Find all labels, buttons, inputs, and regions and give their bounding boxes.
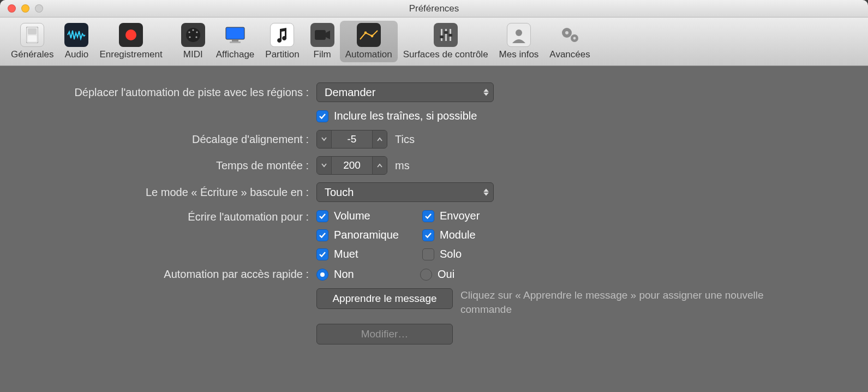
checkbox[interactable] <box>422 229 434 241</box>
chk-volume[interactable]: Volume <box>316 210 420 222</box>
checkbox[interactable] <box>316 248 328 260</box>
tab-movie[interactable]: Film <box>305 21 340 62</box>
popup-value: Demander <box>325 86 375 99</box>
svg-rect-11 <box>232 40 238 41</box>
chk-label: Solo <box>440 248 462 260</box>
checkbox[interactable] <box>316 229 328 241</box>
svg-marker-14 <box>326 31 330 39</box>
titlebar: Préférences <box>0 0 868 17</box>
chk-module[interactable]: Module <box>422 229 526 241</box>
svg-rect-17 <box>441 29 442 41</box>
switch-icon <box>20 23 44 47</box>
window-title: Préférences <box>0 3 868 14</box>
svg-rect-10 <box>226 27 244 39</box>
write-for-group: Volume Envoyer Panoramique Module Muet S… <box>316 210 526 260</box>
ramp-time-value[interactable]: 200 <box>331 157 373 174</box>
svg-point-23 <box>516 29 522 36</box>
tab-score[interactable]: Partition <box>260 21 304 62</box>
popup-value: Touch <box>325 186 354 199</box>
checkbox[interactable] <box>316 210 328 222</box>
camera-icon <box>310 23 334 47</box>
move-automation-popup[interactable]: Demander <box>316 82 494 102</box>
stepper-increment[interactable] <box>373 157 387 174</box>
edit-button[interactable]: Modifier… <box>316 324 453 345</box>
svg-rect-12 <box>230 41 241 43</box>
checkbox[interactable] <box>422 248 434 260</box>
radio[interactable] <box>420 269 432 281</box>
snap-offset-value[interactable]: -5 <box>331 130 373 148</box>
checkbox[interactable] <box>422 210 434 222</box>
learn-message-hint: Cliquez sur « Apprendre le message » pou… <box>460 288 799 316</box>
radio[interactable] <box>316 269 328 281</box>
svg-rect-22 <box>448 34 452 37</box>
svg-rect-13 <box>315 30 326 40</box>
chk-pan[interactable]: Panoramique <box>316 229 420 241</box>
tab-label: Audio <box>65 49 88 60</box>
tab-label: Enregistrement <box>99 49 162 60</box>
snap-offset-unit: Tics <box>395 133 415 146</box>
svg-rect-18 <box>445 29 447 41</box>
quick-access-group: Non Oui <box>316 268 524 281</box>
tab-label: Partition <box>265 49 299 60</box>
check-icon <box>424 213 432 219</box>
include-tails-label: Inclure les traînes, si possible <box>334 110 477 122</box>
svg-rect-20 <box>440 35 444 38</box>
stepper-increment[interactable] <box>373 130 387 148</box>
popup-arrows-icon <box>483 89 489 96</box>
tab-control-surfaces[interactable]: Surfaces de contrôle <box>398 21 494 62</box>
record-icon <box>119 23 143 47</box>
waveform-icon <box>64 23 88 47</box>
snap-offset-stepper[interactable]: -5 <box>316 130 387 149</box>
chevron-down-icon <box>321 137 327 141</box>
svg-rect-2 <box>28 35 37 41</box>
chk-send[interactable]: Envoyer <box>422 210 526 222</box>
tab-midi[interactable]: MIDI <box>176 21 211 62</box>
svg-point-5 <box>192 29 194 31</box>
include-tails-checkbox[interactable] <box>316 110 328 122</box>
svg-marker-29 <box>483 93 489 96</box>
ramp-time-label: Temps de montée : <box>22 159 316 172</box>
preferences-window: Préférences Générales Audio Enregistreme… <box>0 0 868 392</box>
tab-advanced[interactable]: Avancées <box>544 21 595 62</box>
stepper-decrement[interactable] <box>317 157 331 174</box>
tab-automation[interactable]: Automation <box>340 21 398 62</box>
chk-solo[interactable]: Solo <box>422 248 526 260</box>
automation-pane: Déplacer l'automation de piste avec les … <box>0 66 868 365</box>
radio-no[interactable]: Non <box>316 268 420 281</box>
svg-point-8 <box>189 36 190 38</box>
sliders-icon <box>434 23 458 47</box>
toolbar: Générales Audio Enregistrement MIDI Aff <box>0 17 868 66</box>
write-for-label: Écrire l'automation pour : <box>22 210 316 223</box>
tab-display[interactable]: Affichage <box>211 21 260 62</box>
svg-marker-31 <box>483 193 489 196</box>
include-tails-checkbox-row[interactable]: Inclure les traînes, si possible <box>316 110 477 122</box>
chevron-up-icon <box>377 163 382 168</box>
svg-point-15 <box>364 32 367 34</box>
music-note-icon <box>270 23 294 47</box>
ramp-time-stepper[interactable]: 200 <box>316 156 387 175</box>
write-mode-popup[interactable]: Touch <box>316 182 494 202</box>
check-icon <box>319 251 326 258</box>
chk-label: Volume <box>334 210 370 222</box>
stepper-decrement[interactable] <box>317 130 331 148</box>
chevron-down-icon <box>321 163 327 168</box>
tab-my-info[interactable]: Mes infos <box>494 21 544 62</box>
svg-marker-28 <box>483 89 489 92</box>
chk-label: Module <box>440 229 476 241</box>
popup-arrows-icon <box>483 189 489 196</box>
tab-audio[interactable]: Audio <box>59 21 94 62</box>
tab-label: Automation <box>345 49 392 60</box>
check-icon <box>319 113 326 120</box>
svg-point-27 <box>573 37 576 40</box>
tab-recording[interactable]: Enregistrement <box>94 21 167 62</box>
check-icon <box>424 232 432 239</box>
learn-message-button[interactable]: Apprendre le message <box>316 288 453 309</box>
snap-offset-label: Décalage d'alignement : <box>22 133 316 146</box>
tab-general[interactable]: Générales <box>5 21 59 62</box>
radio-yes[interactable]: Oui <box>420 268 524 281</box>
chk-mute[interactable]: Muet <box>316 248 420 260</box>
tab-label: Générales <box>11 49 53 60</box>
check-icon <box>319 232 326 239</box>
tab-label: Avancées <box>549 49 590 60</box>
chk-label: Envoyer <box>440 210 480 222</box>
